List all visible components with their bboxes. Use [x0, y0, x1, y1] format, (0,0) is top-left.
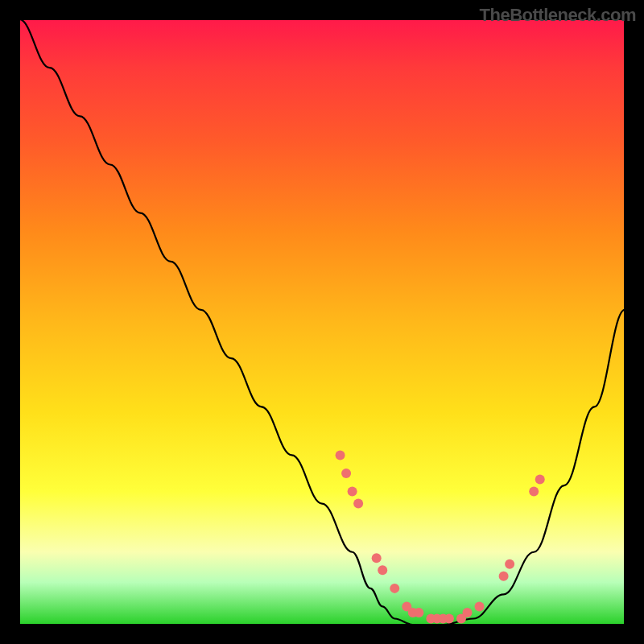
data-marker: [378, 565, 387, 575]
data-marker: [535, 475, 545, 485]
data-marker: [390, 584, 399, 593]
data-marker: [414, 608, 423, 617]
data-marker: [348, 487, 357, 497]
chart-area: [19, 19, 625, 625]
data-marker: [341, 469, 351, 478]
data-marker: [499, 572, 509, 581]
watermark-text: TheBottleneck.com: [480, 5, 636, 26]
data-marker: [462, 608, 472, 617]
data-marker: [444, 613, 454, 623]
data-marker: [505, 559, 514, 569]
data-marker: [336, 450, 345, 460]
bottleneck-curve: [19, 19, 625, 625]
data-marker: [475, 601, 485, 611]
data-marker: [353, 499, 363, 509]
data-marker: [529, 487, 539, 497]
data-marker: [372, 553, 382, 563]
